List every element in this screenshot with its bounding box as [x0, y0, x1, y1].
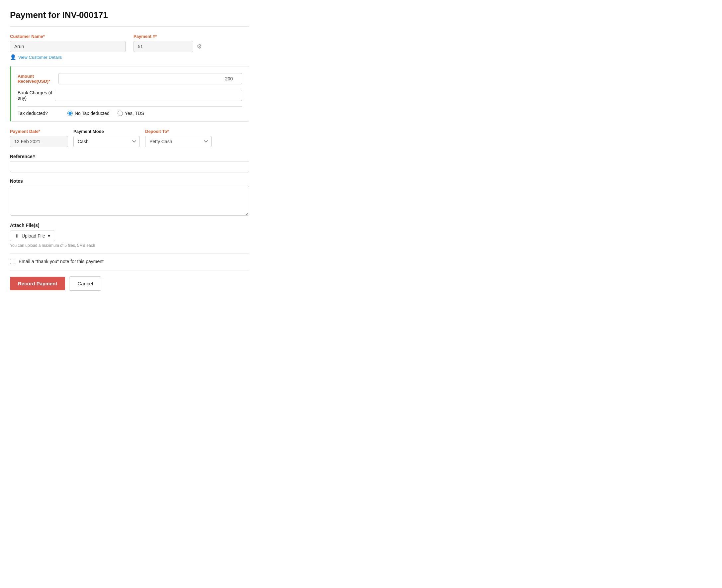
yes-tds-radio[interactable]	[118, 111, 123, 116]
upload-icon: ⬆	[15, 233, 19, 238]
tax-label: Tax deducted?	[18, 111, 58, 116]
reference-section: Reference#	[10, 154, 249, 172]
amount-received-input[interactable]	[59, 73, 242, 84]
amount-received-label: Amount Received(USD)*	[18, 74, 59, 84]
deposit-to-label: Deposit To*	[145, 129, 212, 134]
gear-icon[interactable]: ⚙	[197, 43, 202, 50]
payment-details-row: Payment Date* Payment Mode Cash Check Ba…	[10, 129, 249, 147]
bank-charges-input[interactable]	[55, 90, 242, 101]
bank-charges-label: Bank Charges (if any)	[18, 90, 55, 101]
amount-section: Amount Received(USD)* Bank Charges (if a…	[10, 66, 249, 122]
no-tax-radio[interactable]	[67, 111, 73, 116]
upload-file-button[interactable]: ⬆ Upload File ▾	[10, 231, 55, 241]
header-divider	[10, 26, 249, 26]
attach-section: Attach File(s) ⬆ Upload File ▾ You can u…	[10, 223, 249, 248]
email-note-checkbox[interactable]	[10, 259, 15, 264]
email-note-row: Email a "thank you" note for this paymen…	[10, 259, 249, 264]
attach-label: Attach File(s)	[10, 223, 249, 228]
reference-label: Reference#	[10, 154, 249, 159]
email-note-label[interactable]: Email a "thank you" note for this paymen…	[19, 259, 104, 264]
actions-row: Record Payment Cancel	[10, 276, 249, 291]
customer-name-label: Customer Name*	[10, 34, 126, 39]
amount-divider	[18, 106, 242, 107]
upload-hint: You can upload a maximum of 5 files, 5MB…	[10, 243, 249, 248]
tax-radio-group: No Tax deducted Yes, TDS	[67, 111, 144, 116]
bottom-divider-1	[10, 253, 249, 253]
deposit-to-select[interactable]: Petty Cash Bank Account Savings Account	[145, 136, 212, 147]
payment-number-label: Payment #*	[133, 34, 249, 39]
payment-number-input[interactable]	[133, 41, 193, 52]
person-icon: 👤	[10, 54, 16, 60]
bottom-divider-2	[10, 270, 249, 270]
payment-mode-group: Payment Mode Cash Check Bank Transfer Cr…	[73, 129, 140, 147]
payment-date-group: Payment Date*	[10, 129, 68, 147]
payment-date-input[interactable]	[10, 136, 68, 147]
payment-mode-label: Payment Mode	[73, 129, 140, 134]
page-title: Payment for INV-000171	[10, 10, 249, 20]
payment-mode-select[interactable]: Cash Check Bank Transfer Credit Card	[73, 136, 140, 147]
record-payment-button[interactable]: Record Payment	[10, 277, 65, 290]
view-customer-label: View Customer Details	[18, 55, 62, 60]
payment-date-label: Payment Date*	[10, 129, 68, 134]
no-tax-label: No Tax deducted	[75, 111, 110, 116]
upload-dropdown-icon: ▾	[48, 233, 50, 238]
upload-label: Upload File	[22, 233, 45, 238]
notes-textarea[interactable]	[10, 186, 249, 216]
notes-section: Notes	[10, 178, 249, 216]
deposit-to-group: Deposit To* Petty Cash Bank Account Savi…	[145, 129, 212, 147]
reference-input[interactable]	[10, 161, 249, 172]
no-tax-option[interactable]: No Tax deducted	[67, 111, 110, 116]
yes-tds-label: Yes, TDS	[125, 111, 144, 116]
yes-tds-option[interactable]: Yes, TDS	[118, 111, 144, 116]
notes-label: Notes	[10, 178, 249, 184]
tax-row: Tax deducted? No Tax deducted Yes, TDS	[18, 111, 242, 116]
view-customer-link[interactable]: 👤 View Customer Details	[10, 54, 62, 60]
cancel-button[interactable]: Cancel	[69, 276, 101, 291]
customer-name-input[interactable]	[10, 41, 126, 52]
